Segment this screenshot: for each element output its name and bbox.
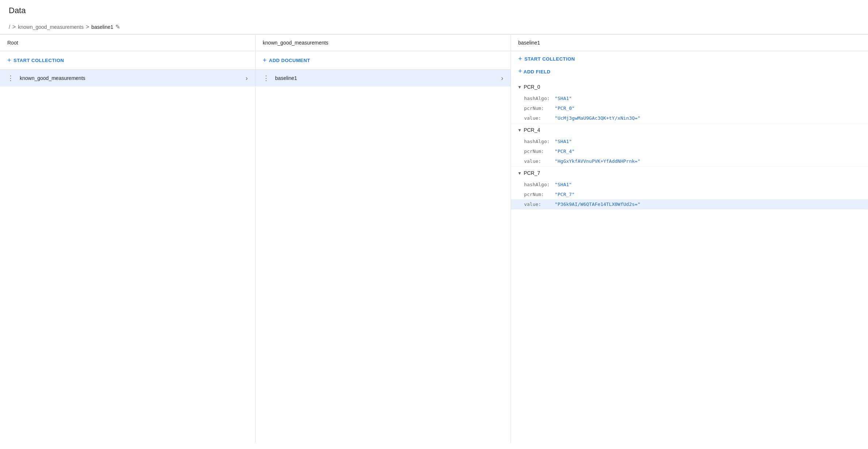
chevron-right-icon-known-good: › bbox=[246, 74, 248, 82]
pcr-7-pcr-num-key: pcrNum: bbox=[524, 192, 553, 197]
pcr-4-pcr-num-value: "PCR_4" bbox=[555, 149, 575, 154]
collapse-arrow-pcr4[interactable]: ▾ bbox=[518, 127, 521, 133]
pcr-0-pcr-num-row: pcrNum: "PCR_0" bbox=[511, 103, 868, 113]
pcr-4-value-key: value: bbox=[524, 158, 553, 164]
known-good-measurements-item[interactable]: ⋮ known_good_measurements › bbox=[0, 70, 255, 87]
baseline1-actions: + START COLLECTION + ADD FIELD bbox=[511, 51, 868, 80]
pcr-7-pcr-num-value: "PCR_7" bbox=[555, 192, 575, 197]
add-field-label: ADD FIELD bbox=[523, 69, 550, 74]
plus-icon-add-doc: + bbox=[263, 57, 267, 64]
pcr-4-value-row: value: "HgGxYkfAVVnuPVK+YfAddNHPrnk=" bbox=[511, 156, 868, 166]
start-collection-button-baseline1[interactable]: + START COLLECTION bbox=[518, 54, 575, 64]
pcr-4-label: PCR_4 bbox=[524, 127, 540, 133]
start-collection-label-root: START COLLECTION bbox=[14, 58, 64, 63]
start-collection-label-baseline1: START COLLECTION bbox=[525, 56, 575, 62]
pcr-0-hash-algo-value: "SHA1" bbox=[555, 96, 572, 101]
pcr-7-hash-algo-key: hashAlgo: bbox=[524, 182, 553, 187]
page-title: Data bbox=[9, 6, 859, 20]
pcr-7-hash-algo-value: "SHA1" bbox=[555, 182, 572, 187]
pcr-0-pcr-num-value: "PCR_0" bbox=[555, 105, 575, 111]
pcr-7-value-key: value: bbox=[524, 202, 553, 207]
three-dot-icon-baseline1[interactable]: ⋮ bbox=[263, 74, 269, 82]
root-column: Root + START COLLECTION ⋮ known_good_mea… bbox=[0, 35, 256, 443]
plus-icon-start-col: + bbox=[518, 55, 522, 62]
pcr-7-label: PCR_7 bbox=[524, 170, 540, 176]
pcr-4-hash-algo-key: hashAlgo: bbox=[524, 139, 553, 144]
breadcrumb: / > known_good_measurements > baseline1 … bbox=[9, 20, 859, 34]
baseline1-column: baseline1 + START COLLECTION + ADD FIELD… bbox=[511, 35, 868, 443]
known-good-measurements-label: known_good_measurements bbox=[20, 75, 246, 81]
detail-panel: ▾ PCR_0 hashAlgo: "SHA1" pcrNum: "PCR_0"… bbox=[511, 80, 868, 443]
pcr-4-pcr-num-key: pcrNum: bbox=[524, 149, 553, 154]
pcr-0-hash-algo-row: hashAlgo: "SHA1" bbox=[511, 93, 868, 103]
root-column-header: Root bbox=[0, 35, 255, 51]
pcr-0-label: PCR_0 bbox=[524, 84, 540, 90]
pcr-0-pcr-num-key: pcrNum: bbox=[524, 105, 553, 111]
pcr-7-hash-algo-row: hashAlgo: "SHA1" bbox=[511, 180, 868, 189]
pcr-4-hash-algo-row: hashAlgo: "SHA1" bbox=[511, 137, 868, 146]
root-column-actions: + START COLLECTION bbox=[0, 51, 255, 70]
pcr-0-value-key: value: bbox=[524, 115, 553, 121]
add-document-label: ADD DOCUMENT bbox=[269, 58, 310, 63]
pcr-0-hash-algo-key: hashAlgo: bbox=[524, 96, 553, 101]
pcr-7-value-row: value: "P36k9AI/W6QTAFe14TLX0WfUd2s=" bbox=[511, 199, 868, 209]
breadcrumb-root: / bbox=[9, 24, 10, 30]
add-document-button[interactable]: + ADD DOCUMENT bbox=[263, 55, 310, 65]
breadcrumb-sep2: > bbox=[86, 24, 89, 30]
breadcrumb-sep1: > bbox=[12, 24, 16, 30]
pcr-4-section: ▾ PCR_4 hashAlgo: "SHA1" pcrNum: "PCR_4"… bbox=[511, 123, 868, 166]
pcr-4-pcr-num-row: pcrNum: "PCR_4" bbox=[511, 146, 868, 156]
pcr-0-value-row: value: "UcMj3gwMaU9GAc3QK+tY/xNin3Q=" bbox=[511, 113, 868, 123]
collapse-arrow-pcr0[interactable]: ▾ bbox=[518, 84, 521, 90]
add-field-button[interactable]: + ADD FIELD bbox=[518, 66, 551, 76]
pcr-4-hash-algo-value: "SHA1" bbox=[555, 139, 572, 144]
chevron-right-icon-baseline1: › bbox=[501, 74, 503, 82]
pcr-0-value-value: "UcMj3gwMaU9GAc3QK+tY/xNin3Q=" bbox=[555, 115, 641, 121]
edit-icon[interactable]: ✎ bbox=[115, 23, 120, 30]
collapse-arrow-pcr7[interactable]: ▾ bbox=[518, 170, 521, 176]
pcr-7-section: ▾ PCR_7 hashAlgo: "SHA1" pcrNum: "PCR_7"… bbox=[511, 166, 868, 210]
baseline1-label: baseline1 bbox=[275, 75, 501, 81]
pcr-4-value-value: "HgGxYkfAVVnuPVK+YfAddNHPrnk=" bbox=[555, 158, 641, 164]
baseline1-item[interactable]: ⋮ baseline1 › bbox=[256, 70, 511, 87]
baseline1-column-header: baseline1 bbox=[511, 35, 868, 51]
pcr-7-value-value: "P36k9AI/W6QTAFe14TLX0WfUd2s=" bbox=[555, 202, 641, 207]
plus-icon-add-field: + bbox=[518, 68, 522, 75]
known-good-measurements-column-actions: + ADD DOCUMENT bbox=[256, 51, 511, 70]
start-collection-button-root[interactable]: + START COLLECTION bbox=[7, 55, 64, 65]
known-good-measurements-column: known_good_measurements + ADD DOCUMENT ⋮… bbox=[256, 35, 511, 443]
page-header: Data / > known_good_measurements > basel… bbox=[0, 0, 868, 34]
breadcrumb-known-good[interactable]: known_good_measurements bbox=[18, 24, 84, 30]
known-good-measurements-column-header: known_good_measurements bbox=[256, 35, 511, 51]
pcr-7-pcr-num-row: pcrNum: "PCR_7" bbox=[511, 189, 868, 199]
pcr-0-section: ▾ PCR_0 hashAlgo: "SHA1" pcrNum: "PCR_0"… bbox=[511, 80, 868, 123]
columns-container: Root + START COLLECTION ⋮ known_good_mea… bbox=[0, 34, 868, 443]
plus-icon: + bbox=[7, 57, 11, 64]
three-dot-icon-known-good[interactable]: ⋮ bbox=[7, 74, 14, 82]
breadcrumb-baseline1: baseline1 bbox=[91, 24, 113, 30]
